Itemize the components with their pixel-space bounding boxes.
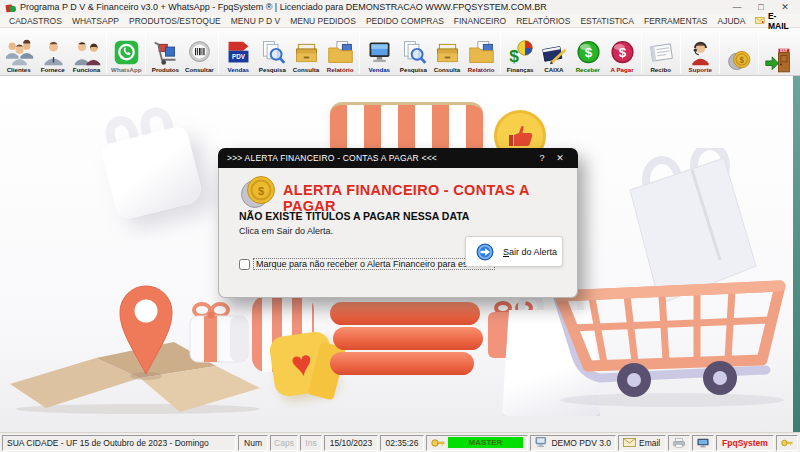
toolbar-label: Vendas <box>227 66 249 73</box>
tube <box>330 352 474 375</box>
toolbar-label: Finanças <box>507 66 534 73</box>
toolbar-relatorio-pedidos[interactable]: Relatório <box>464 29 498 74</box>
toolbar-consulta-pedidos[interactable]: Consulta <box>430 29 464 74</box>
status-terminal[interactable] <box>692 435 714 451</box>
menu-email[interactable]: E-MAIL <box>750 11 796 31</box>
caixa-icon <box>540 39 569 66</box>
status-date: 15/10/2023 <box>324 435 378 451</box>
toolbar-relatorio-pdv[interactable]: Relatório <box>323 29 357 74</box>
toolbar-recibo[interactable]: Recibo <box>644 29 678 74</box>
status-system-name: DEMO PDV 3.0 <box>551 438 611 448</box>
alert-dialog-body: $ ALERTA FINANCEIRO - CONTAS A PAGAR NÃO… <box>218 168 578 298</box>
no-alert-checkbox-label[interactable]: Marque para não receber o Alerta Finance… <box>253 258 495 270</box>
toolbar-suporte[interactable]: Suporte <box>683 29 717 74</box>
menu-ajuda[interactable]: AJUDA <box>713 16 751 26</box>
coin-icon: $ <box>725 47 754 74</box>
fornece-icon <box>39 39 68 66</box>
consultar-icon <box>185 39 214 66</box>
alert-hint: Clica em Sair do Alerta. <box>239 226 333 236</box>
toolbar-pesquisa-pdv[interactable]: Pesquisa <box>255 29 289 74</box>
toolbar-label: Receber <box>576 66 600 73</box>
toolbar-clientes[interactable]: Clientes <box>2 29 36 74</box>
toolbar-vendas-pdv[interactable]: PDV Vendas <box>221 29 255 74</box>
whatsapp-icon <box>112 39 141 66</box>
alert-dialog-titlebar: >>> ALERTA FINANCEIRO - CONTAS A PAGAR <… <box>218 148 578 168</box>
toolbar-separator <box>359 31 360 73</box>
toolbar-separator <box>106 31 107 73</box>
status-user: MASTER <box>426 435 528 451</box>
status-caps: Caps <box>270 435 298 451</box>
menu-estatistica[interactable]: ESTATISTICA <box>575 16 639 26</box>
status-email[interactable]: Email <box>618 435 666 451</box>
menu-relatorios[interactable]: RELATÓRIOS <box>511 16 575 26</box>
consulta-icon <box>433 39 462 66</box>
toolbar-financas[interactable]: $ Finanças <box>503 29 537 74</box>
dialog-close-button[interactable]: ✕ <box>551 153 569 163</box>
a-pagar-icon: $ <box>608 39 637 66</box>
toolbar-a-pagar[interactable]: $ A Pagar <box>605 29 639 74</box>
toolbar-separator <box>145 31 146 73</box>
toolbar-funciona[interactable]: Funciona <box>70 29 104 74</box>
toolbar-vendas-pedidos[interactable]: Vendas <box>362 29 396 74</box>
menu-cadastros[interactable]: CADASTROS <box>4 16 67 26</box>
no-alert-checkbox[interactable] <box>239 259 250 270</box>
toolbar-label: Fornece <box>41 66 65 73</box>
toolbar-pesquisa-pedidos[interactable]: Pesquisa <box>396 29 430 74</box>
status-bar: SUA CIDADE - UF 15 de Outubro de 2023 - … <box>0 432 800 452</box>
svg-text:$: $ <box>258 185 264 197</box>
toolbar-fornece[interactable]: Fornece <box>36 29 70 74</box>
status-brand: FpqSystem <box>716 435 774 451</box>
pesquisa-icon <box>399 39 428 66</box>
toolbar-consultar[interactable]: Consultar <box>182 29 216 74</box>
toolbar-label: Produtos <box>151 66 178 73</box>
computer-icon <box>535 437 548 448</box>
menu-ferramentas[interactable]: FERRAMENTAS <box>639 16 713 26</box>
toolbar-consulta-pdv[interactable]: Consulta <box>289 29 323 74</box>
menu-whatsapp[interactable]: WHATSAPP <box>67 16 124 26</box>
toolbar-moeda[interactable]: $ <box>722 29 756 74</box>
status-email-label: Email <box>639 438 660 448</box>
menu-pedido-compras[interactable]: PEDIDO COMPRAS <box>361 16 449 26</box>
alert-coin-icon: $ <box>239 173 279 211</box>
funciona-icon <box>73 39 102 66</box>
illustration-tubes <box>330 302 480 377</box>
dialog-help-button[interactable]: ? <box>533 153 551 163</box>
alert-dialog-title: >>> ALERTA FINANCEIRO - CONTAS A PAGAR <… <box>227 153 533 163</box>
status-ins: Ins <box>300 435 322 451</box>
toolbar-sair[interactable]: EXIT <box>761 29 795 74</box>
vendas-pdv-icon: PDV <box>224 39 253 66</box>
toolbar-label: Suporte <box>688 66 711 73</box>
toolbar-separator <box>218 31 219 73</box>
status-key[interactable] <box>776 435 798 451</box>
status-user-name: MASTER <box>448 437 523 448</box>
relatorio-icon <box>326 39 355 66</box>
minimize-button[interactable]: — <box>727 0 747 14</box>
toolbar-label: Funciona <box>73 66 100 73</box>
toolbar-separator <box>680 31 681 73</box>
receber-icon: $ <box>574 39 603 66</box>
toolbar-caixa[interactable]: CAIXA <box>537 29 571 74</box>
toolbar-label: A Pagar <box>610 66 633 73</box>
illustration-gift-box <box>188 302 250 366</box>
toolbar-separator <box>758 31 759 73</box>
toolbar-label: Relatório <box>468 66 495 73</box>
svg-text:PDV: PDV <box>231 53 245 60</box>
toolbar-label: CAIXA <box>544 66 563 73</box>
monitor-icon <box>697 438 709 448</box>
menu-produtos-estoque[interactable]: PRODUTOS/ESTOQUE <box>124 16 226 26</box>
toolbar-produtos[interactable]: Produtos <box>148 29 182 74</box>
toolbar-receber[interactable]: $ Receber <box>571 29 605 74</box>
exit-alert-button[interactable]: Sair do Alerta <box>465 236 563 267</box>
menu-menu-pedidos[interactable]: MENU PEDIDOS <box>285 16 361 26</box>
menu-financeiro[interactable]: FINANCEIRO <box>449 16 511 26</box>
email-icon <box>623 438 636 447</box>
toolbar-whatsapp[interactable]: WhatsApp <box>109 29 143 74</box>
printer-icon <box>673 438 685 448</box>
menu-menu-pdv[interactable]: MENU P D V <box>226 16 285 26</box>
status-printer[interactable] <box>668 435 690 451</box>
svg-text:$: $ <box>739 56 744 65</box>
menu-bar: CADASTROS WHATSAPP PRODUTOS/ESTOQUE MENU… <box>0 14 800 28</box>
menu-email-label: E-MAIL <box>768 11 791 31</box>
toolbar-label: Pesquisa <box>399 66 426 73</box>
alert-dialog: >>> ALERTA FINANCEIRO - CONTAS A PAGAR <… <box>218 148 578 298</box>
